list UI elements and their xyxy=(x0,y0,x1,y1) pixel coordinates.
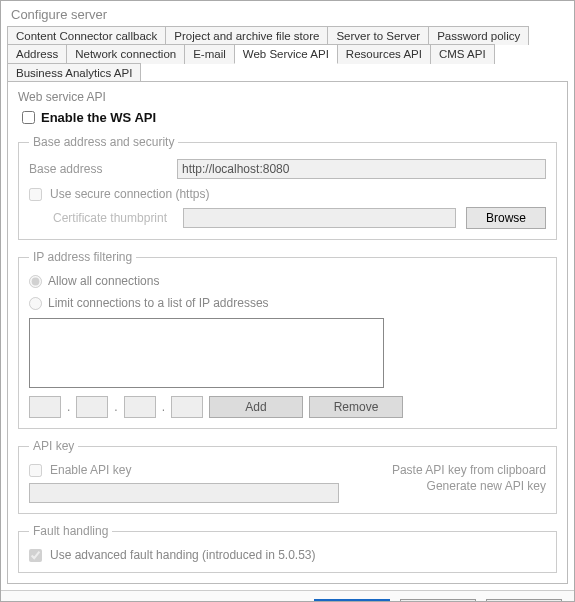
ip-filtering-legend: IP address filtering xyxy=(29,250,136,264)
tab-network-connection[interactable]: Network connection xyxy=(66,44,185,64)
main-panel: Web service API Enable the WS API Base a… xyxy=(7,81,568,584)
tab-resources-api[interactable]: Resources API xyxy=(337,44,431,64)
ip-address-list[interactable] xyxy=(29,318,384,388)
tab-project-archive[interactable]: Project and archive file store xyxy=(165,26,328,45)
tab-business-analytics-api[interactable]: Business Analytics API xyxy=(7,63,141,82)
api-key-legend: API key xyxy=(29,439,78,453)
enable-ws-api-checkbox[interactable] xyxy=(22,111,35,124)
limit-radio[interactable] xyxy=(29,297,42,310)
advanced-fault-label: Use advanced fault handing (introduced i… xyxy=(50,548,316,562)
base-address-legend: Base address and security xyxy=(29,135,178,149)
tab-address[interactable]: Address xyxy=(7,44,67,64)
tab-strip: Content Connector callback Project and a… xyxy=(1,26,574,81)
base-address-label: Base address xyxy=(29,162,169,176)
limit-label: Limit connections to a list of IP addres… xyxy=(48,296,269,310)
tab-email[interactable]: E-mail xyxy=(184,44,235,64)
tab-password-policy[interactable]: Password policy xyxy=(428,26,529,45)
api-key-input xyxy=(29,483,339,503)
use-secure-checkbox[interactable] xyxy=(29,188,42,201)
cert-thumbprint-input xyxy=(183,208,456,228)
dialog-footer: Save Cancel Help xyxy=(1,590,574,602)
tab-server-to-server[interactable]: Server to Server xyxy=(327,26,429,45)
fault-handling-legend: Fault handling xyxy=(29,524,112,538)
enable-api-key-checkbox[interactable] xyxy=(29,464,42,477)
tab-web-service-api[interactable]: Web Service API xyxy=(234,44,338,64)
tab-content-connector[interactable]: Content Connector callback xyxy=(7,26,166,45)
use-secure-label: Use secure connection (https) xyxy=(50,187,209,201)
api-key-group: API key Enable API key Paste API key fro… xyxy=(18,439,557,514)
ip-seg-2 xyxy=(76,396,108,418)
panel-title: Web service API xyxy=(18,90,557,104)
paste-api-key-link[interactable]: Paste API key from clipboard xyxy=(392,463,546,477)
base-address-input[interactable] xyxy=(177,159,546,179)
remove-ip-button[interactable]: Remove xyxy=(309,396,403,418)
allow-all-radio[interactable] xyxy=(29,275,42,288)
enable-ws-api-label: Enable the WS API xyxy=(41,110,156,125)
advanced-fault-checkbox[interactable] xyxy=(29,549,42,562)
ip-seg-3 xyxy=(124,396,156,418)
allow-all-label: Allow all connections xyxy=(48,274,159,288)
ip-filtering-group: IP address filtering Allow all connectio… xyxy=(18,250,557,429)
fault-handling-group: Fault handling Use advanced fault handin… xyxy=(18,524,557,573)
window-title: Configure server xyxy=(1,1,574,26)
enable-api-key-label: Enable API key xyxy=(50,463,131,477)
generate-api-key-link[interactable]: Generate new API key xyxy=(392,479,546,493)
ip-seg-4 xyxy=(171,396,203,418)
base-address-group: Base address and security Base address U… xyxy=(18,135,557,240)
cert-thumbprint-label: Certificate thumbprint xyxy=(53,211,173,225)
browse-button[interactable]: Browse xyxy=(466,207,546,229)
ip-seg-1 xyxy=(29,396,61,418)
tab-cms-api[interactable]: CMS API xyxy=(430,44,495,64)
add-ip-button[interactable]: Add xyxy=(209,396,303,418)
